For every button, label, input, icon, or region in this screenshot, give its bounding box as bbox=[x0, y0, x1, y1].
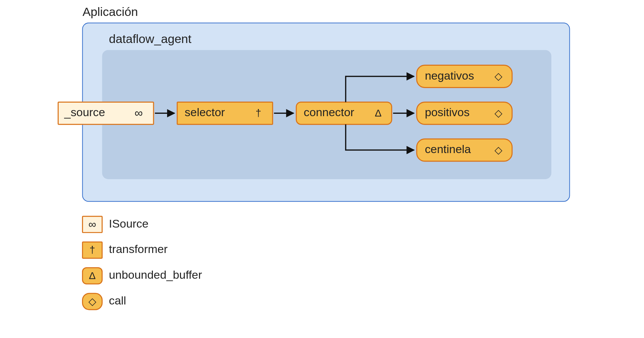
legend-item-isource: ∞ ISource bbox=[82, 216, 148, 233]
node-negativos: negativos ◇ bbox=[417, 65, 512, 88]
legend-item-unbounded-buffer: Δ unbounded_buffer bbox=[82, 268, 202, 284]
legend-item-transformer: † transformer bbox=[82, 242, 167, 258]
legend-label-isource: ISource bbox=[109, 217, 148, 230]
legend-label-unbounded-buffer: unbounded_buffer bbox=[109, 268, 202, 281]
infinity-icon: ∞ bbox=[135, 106, 143, 119]
legend: ∞ ISource † transformer Δ unbounded_buff… bbox=[82, 216, 202, 310]
node-source-label: _source bbox=[64, 106, 105, 119]
node-positivos-label: positivos bbox=[425, 106, 469, 119]
agent-title: dataflow_agent bbox=[109, 32, 192, 46]
node-centinela-label: centinela bbox=[425, 143, 471, 155]
infinity-icon: ∞ bbox=[88, 218, 96, 230]
dagger-icon: † bbox=[89, 244, 95, 255]
node-connector: connector Δ bbox=[296, 102, 391, 124]
legend-label-call: call bbox=[109, 294, 126, 307]
node-centinela: centinela ◇ bbox=[417, 139, 512, 161]
diamond-icon: ◇ bbox=[495, 107, 502, 119]
node-positivos: positivos ◇ bbox=[417, 102, 512, 124]
diamond-icon: ◇ bbox=[88, 296, 96, 307]
node-connector-label: connector bbox=[304, 106, 354, 119]
delta-icon: Δ bbox=[375, 107, 382, 119]
diamond-icon: ◇ bbox=[495, 70, 502, 82]
diagram-canvas: Aplicación dataflow_agent _source ∞ sele… bbox=[0, 0, 644, 338]
node-negativos-label: negativos bbox=[425, 69, 474, 82]
node-selector: selector † bbox=[177, 102, 273, 124]
node-selector-label: selector bbox=[185, 106, 225, 119]
legend-label-transformer: transformer bbox=[109, 242, 167, 255]
dagger-icon: † bbox=[256, 107, 261, 119]
legend-item-call: ◇ call bbox=[82, 293, 126, 310]
node-source: _source ∞ bbox=[58, 102, 154, 124]
app-title: Aplicación bbox=[82, 5, 138, 19]
delta-icon: Δ bbox=[89, 270, 96, 281]
diamond-icon: ◇ bbox=[495, 144, 502, 155]
